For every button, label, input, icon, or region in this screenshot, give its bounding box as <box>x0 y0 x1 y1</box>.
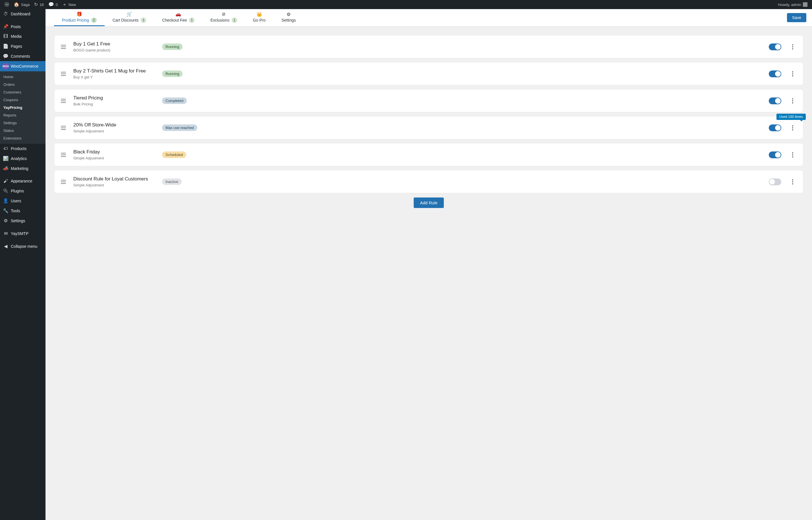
sidebar-item-pages[interactable]: 📄Pages <box>0 41 46 51</box>
media-icon: 🎞 <box>3 34 8 39</box>
sidebar-item-label: Appearance <box>11 179 32 183</box>
save-button[interactable]: Save <box>787 13 806 22</box>
sidebar-item-woocommerce[interactable]: WOO WooCommerce <box>0 61 46 71</box>
rule-info[interactable]: 20% Off Store-WideSimple Adjustment <box>73 122 156 133</box>
sidebar-item-label: Tools <box>11 209 20 213</box>
tab-label: Product Pricing <box>62 18 89 22</box>
submenu-item-coupons[interactable]: Coupons <box>0 96 46 104</box>
submenu-item-settings[interactable]: Settings <box>0 119 46 127</box>
drag-handle-icon[interactable] <box>60 153 67 157</box>
submenu-item-status[interactable]: Status <box>0 127 46 134</box>
more-actions-icon[interactable] <box>789 71 796 77</box>
submenu-item-reports[interactable]: Reports <box>0 111 46 119</box>
enable-toggle[interactable] <box>769 71 781 77</box>
rule-info[interactable]: Buy 1 Get 1 FreeBOGO (same product) <box>73 41 156 52</box>
refresh-icon: ↻ <box>34 2 38 7</box>
new-content-link[interactable]: ＋New <box>60 0 78 9</box>
rule-status: Scheduled <box>162 152 186 158</box>
admin-sidebar: ⏱Dashboard📌Posts🎞Media📄Pages💬Comments WO… <box>0 9 46 520</box>
sidebar-item-comments[interactable]: 💬Comments <box>0 51 46 61</box>
enable-toggle[interactable] <box>769 152 781 158</box>
rule-title: Black Friday <box>73 149 156 155</box>
tab-badge: 1 <box>232 18 237 23</box>
wp-logo[interactable]: ⓦ <box>2 0 11 9</box>
tab-checkout-fee[interactable]: 🚗Checkout Fee1 <box>154 9 202 26</box>
sidebar-item-tools[interactable]: 🔧Tools <box>0 206 46 216</box>
tab-label: Cart Discounts <box>112 18 139 22</box>
comments-count: 0 <box>56 3 58 7</box>
chat-icon: 💬 <box>48 2 54 7</box>
tab-label: Exclusions <box>210 18 229 22</box>
sidebar-item-analytics[interactable]: 📊Analytics <box>0 153 46 163</box>
site-name-link[interactable]: 🏠Saga <box>11 0 32 9</box>
howdy-link[interactable]: Howdy, admin <box>776 0 810 9</box>
drag-handle-icon[interactable] <box>60 45 67 49</box>
submenu-item-customers[interactable]: Customers <box>0 88 46 96</box>
pin-icon: 📌 <box>3 24 8 29</box>
rule-info[interactable]: Black FridaySimple Adjustment <box>73 149 156 160</box>
tab-label: Settings <box>281 18 296 22</box>
tab-go-pro[interactable]: 👑Go Pro <box>245 9 274 26</box>
add-rule-button[interactable]: Add Rule <box>414 198 444 208</box>
sidebar-item-marketing[interactable]: 📣Marketing <box>0 163 46 173</box>
tab-exclusions[interactable]: ⊘Exclusions1 <box>202 9 245 26</box>
rule-status: Inactive <box>162 178 182 185</box>
sidebar-item-label: Analytics <box>11 156 27 161</box>
cart-icon: 🛒 <box>127 12 132 17</box>
sidebar-item-appearance[interactable]: 🖌Appearance <box>0 176 46 186</box>
rule-info[interactable]: Buy 2 T-Shirts Get 1 Mug for FreeBuy X g… <box>73 68 156 79</box>
sidebar-item-products[interactable]: 🏷Products <box>0 144 46 153</box>
page-icon: 📄 <box>3 44 8 49</box>
enable-toggle[interactable] <box>769 44 781 50</box>
sidebar-item-posts[interactable]: 📌Posts <box>0 22 46 31</box>
tab-settings[interactable]: ⚙Settings <box>274 9 304 26</box>
more-actions-icon[interactable] <box>789 178 796 185</box>
status-badge: Inactive <box>162 178 182 185</box>
rule-info[interactable]: Tiered PricingBulk Pricing <box>73 95 156 106</box>
sidebar-item-media[interactable]: 🎞Media <box>0 31 46 41</box>
sidebar-item-label: Users <box>11 199 21 203</box>
drag-handle-icon[interactable] <box>60 126 67 130</box>
status-badge: Completed <box>162 98 187 104</box>
howdy-text: Howdy, admin <box>778 3 801 7</box>
tab-cart-discounts[interactable]: 🛒Cart Discounts1 <box>105 9 154 26</box>
avatar <box>803 2 808 7</box>
submenu-item-home[interactable]: Home <box>0 73 46 81</box>
tab-product-pricing[interactable]: 🎁Product Pricing2 <box>54 9 105 26</box>
rule-subtitle: Buy X get Y <box>73 75 156 79</box>
enable-toggle[interactable] <box>769 178 781 185</box>
sidebar-item-plugins[interactable]: 🔌Plugins <box>0 186 46 196</box>
sidebar-item-yaysmtp[interactable]: ✉YaySMTP <box>0 229 46 238</box>
sidebar-item-collapse-menu[interactable]: ◀Collapse menu <box>0 241 46 251</box>
sidebar-item-label: Media <box>11 34 22 38</box>
plus-icon: ＋ <box>62 2 67 7</box>
more-actions-icon[interactable] <box>789 44 796 50</box>
more-actions-icon[interactable] <box>789 125 796 131</box>
comments-link[interactable]: 💬0 <box>46 0 60 9</box>
rule-info[interactable]: Discount Rule for Loyal CustomersSimple … <box>73 176 156 187</box>
sidebar-item-label: Settings <box>11 218 25 223</box>
more-actions-icon[interactable] <box>789 98 796 104</box>
analytics-icon: 📊 <box>3 156 8 161</box>
user-icon: 👤 <box>3 198 8 204</box>
shell: ⏱Dashboard📌Posts🎞Media📄Pages💬Comments WO… <box>0 9 812 520</box>
drag-handle-icon[interactable] <box>60 72 67 76</box>
submenu-item-extensions[interactable]: Extensions <box>0 134 46 142</box>
woocommerce-submenu: HomeOrdersCustomersCouponsYayPricingRepo… <box>0 71 46 144</box>
sidebar-item-users[interactable]: 👤Users <box>0 196 46 206</box>
enable-toggle[interactable] <box>769 98 781 104</box>
tab-badge: 1 <box>189 18 195 23</box>
sidebar-item-label: Pages <box>11 44 22 49</box>
drag-handle-icon[interactable] <box>60 99 67 103</box>
drag-handle-icon[interactable] <box>60 180 67 184</box>
submenu-item-yaypricing[interactable]: YayPricing <box>0 104 46 111</box>
cog-icon: ⚙ <box>3 218 8 223</box>
updates-link[interactable]: ↻18 <box>32 0 46 9</box>
sidebar-item-settings[interactable]: ⚙Settings <box>0 216 46 226</box>
rule-subtitle: Simple Adjustment <box>73 156 156 160</box>
enable-toggle[interactable] <box>769 125 781 131</box>
more-actions-icon[interactable] <box>789 152 796 158</box>
plugin-icon: 🔌 <box>3 188 8 193</box>
submenu-item-orders[interactable]: Orders <box>0 81 46 88</box>
sidebar-item-dashboard[interactable]: ⏱Dashboard <box>0 9 46 19</box>
